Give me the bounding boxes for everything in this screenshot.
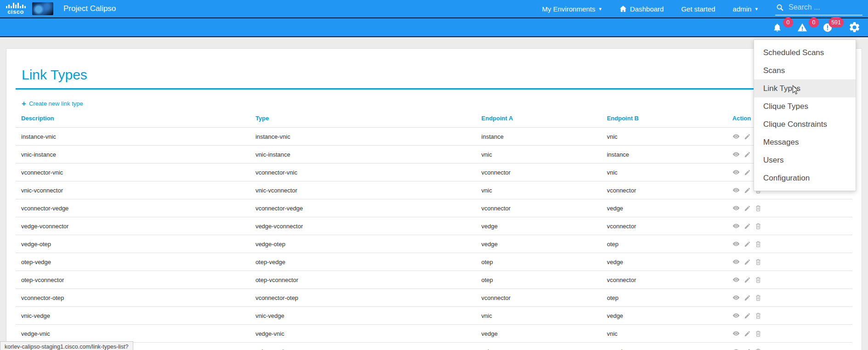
plus-icon: + bbox=[22, 100, 26, 107]
cisco-logo-icon: cisco bbox=[6, 3, 26, 15]
view-icon[interactable] bbox=[732, 187, 740, 193]
view-icon[interactable] bbox=[732, 223, 740, 229]
delete-trash-icon[interactable] bbox=[755, 294, 761, 301]
edit-pencil-icon[interactable] bbox=[744, 294, 751, 301]
create-new-link-type-button[interactable]: + Create new link type bbox=[22, 100, 852, 107]
alert-bar: 0 0 591 bbox=[0, 18, 868, 37]
warning-triangle-icon bbox=[797, 23, 808, 33]
menu-item-clique-constraints[interactable]: Clique Constraints bbox=[754, 115, 856, 133]
view-icon[interactable] bbox=[732, 151, 740, 158]
header-endpoint-a[interactable]: Endpoint A bbox=[476, 111, 601, 128]
settings-button[interactable] bbox=[848, 21, 861, 34]
type-cell: vedge-otep bbox=[250, 235, 476, 253]
header-type[interactable]: Type bbox=[250, 111, 476, 128]
title-divider bbox=[16, 88, 852, 90]
gear-icon bbox=[848, 21, 861, 34]
table-row: vnic-instancevnic-instancevnicinstance bbox=[16, 146, 852, 164]
header-endpoint-b[interactable]: Endpoint B bbox=[601, 111, 727, 128]
brand: cisco Project Calipso bbox=[6, 2, 116, 15]
warnings-button[interactable]: 0 bbox=[797, 23, 808, 33]
edit-pencil-icon[interactable] bbox=[744, 312, 751, 319]
edit-pencil-icon[interactable] bbox=[744, 205, 751, 212]
endpoint-a-cell: otep bbox=[476, 271, 601, 289]
view-icon[interactable] bbox=[732, 133, 740, 140]
app-title: Project Calipso bbox=[63, 4, 116, 13]
table-row: otep-vconnectorotep-vconnectorotepvconne… bbox=[16, 271, 852, 289]
delete-trash-icon[interactable] bbox=[755, 348, 761, 350]
endpoint-a-cell: vconnector bbox=[476, 199, 601, 217]
actions-cell bbox=[727, 199, 852, 217]
get-started-label: Get started bbox=[681, 5, 715, 13]
type-cell: vedge-vnic bbox=[250, 325, 476, 343]
notifications-count-badge: 0 bbox=[783, 17, 793, 28]
edit-pencil-icon[interactable] bbox=[744, 277, 751, 283]
errors-button[interactable]: 591 bbox=[823, 23, 833, 33]
menu-item-configuration[interactable]: Configuration bbox=[754, 169, 856, 187]
mouse-cursor bbox=[792, 85, 800, 95]
edit-pencil-icon[interactable] bbox=[744, 330, 751, 337]
menu-item-messages[interactable]: Messages bbox=[754, 133, 856, 151]
menu-item-users[interactable]: Users bbox=[754, 151, 856, 169]
edit-pencil-icon[interactable] bbox=[744, 259, 751, 265]
actions-cell bbox=[727, 325, 852, 343]
actions-cell bbox=[727, 289, 852, 307]
caret-down-icon: ▾ bbox=[599, 6, 601, 12]
view-icon[interactable] bbox=[732, 169, 740, 175]
edit-pencil-icon[interactable] bbox=[744, 151, 751, 158]
edit-pencil-icon[interactable] bbox=[744, 223, 751, 230]
endpoint-a-cell: vedge bbox=[476, 217, 601, 235]
get-started-link[interactable]: Get started bbox=[681, 5, 715, 13]
menu-item-scheduled-scans[interactable]: Scheduled Scans bbox=[754, 44, 856, 62]
edit-pencil-icon[interactable] bbox=[744, 348, 751, 350]
dashboard-link[interactable]: Dashboard bbox=[619, 5, 664, 13]
endpoint-a-cell: instance bbox=[476, 128, 601, 146]
delete-trash-icon[interactable] bbox=[755, 276, 761, 283]
view-icon[interactable] bbox=[732, 259, 740, 265]
search-box[interactable] bbox=[775, 2, 862, 16]
description-cell: vnic-vconnector bbox=[16, 181, 250, 199]
description-cell: vconnector-otep bbox=[16, 289, 250, 307]
top-navbar: cisco Project Calipso My Environments ▾ … bbox=[0, 0, 868, 18]
type-cell: vconnector-vnic bbox=[250, 164, 476, 181]
delete-trash-icon[interactable] bbox=[755, 240, 761, 248]
delete-trash-icon[interactable] bbox=[755, 312, 761, 319]
endpoint-a-cell: vconnector bbox=[476, 289, 601, 307]
table-row: vconnector-otepvconnector-otepvconnector… bbox=[16, 289, 852, 307]
type-cell: vnic-instance bbox=[250, 146, 476, 164]
notifications-button[interactable]: 0 bbox=[772, 23, 782, 33]
view-icon[interactable] bbox=[732, 241, 740, 247]
table-row: instance-vnicinstance-vnicinstancevnic bbox=[16, 128, 852, 146]
menu-item-link-types[interactable]: Link Types bbox=[754, 79, 856, 97]
delete-trash-icon[interactable] bbox=[755, 258, 761, 265]
edit-pencil-icon[interactable] bbox=[744, 169, 751, 176]
view-icon[interactable] bbox=[732, 312, 740, 319]
cisco-bars-icon bbox=[6, 3, 26, 8]
menu-item-clique-types[interactable]: Clique Types bbox=[754, 97, 856, 115]
caret-down-icon: ▾ bbox=[755, 6, 758, 12]
view-icon[interactable] bbox=[732, 330, 740, 337]
description-cell: vedge-vnic bbox=[16, 325, 250, 343]
edit-pencil-icon[interactable] bbox=[744, 241, 751, 248]
user-label: admin bbox=[733, 5, 752, 13]
my-environments-menu[interactable]: My Environments ▾ bbox=[542, 5, 601, 13]
endpoint-b-cell: vconnector bbox=[601, 217, 727, 235]
brand-thumbnail-image bbox=[32, 2, 53, 15]
delete-trash-icon[interactable] bbox=[755, 330, 761, 337]
endpoint-b-cell: vedge bbox=[601, 199, 727, 217]
user-menu[interactable]: admin ▾ bbox=[733, 5, 758, 13]
header-description[interactable]: Description bbox=[16, 111, 250, 128]
edit-pencil-icon[interactable] bbox=[744, 187, 751, 194]
table-row: vedge-otepvedge-otepvedgeotep bbox=[16, 235, 852, 253]
search-input[interactable] bbox=[788, 3, 857, 12]
edit-pencil-icon[interactable] bbox=[744, 133, 751, 140]
status-bar-url: korlev-calipso-staging1.cisco.com/link-t… bbox=[0, 341, 133, 350]
view-icon[interactable] bbox=[732, 294, 740, 301]
endpoint-b-cell: vedge bbox=[601, 253, 727, 271]
type-cell: vedge-vconnector bbox=[250, 217, 476, 235]
view-icon[interactable] bbox=[732, 277, 740, 283]
menu-item-scans[interactable]: Scans bbox=[754, 62, 856, 79]
delete-trash-icon[interactable] bbox=[755, 222, 761, 230]
view-icon[interactable] bbox=[732, 348, 740, 350]
view-icon[interactable] bbox=[732, 205, 740, 211]
delete-trash-icon[interactable] bbox=[755, 204, 761, 212]
